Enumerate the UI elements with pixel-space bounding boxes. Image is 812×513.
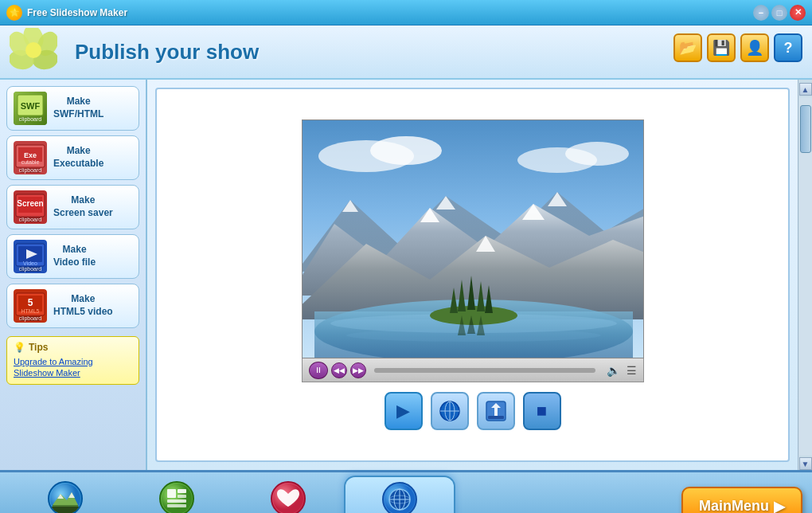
main-menu-arrow-icon: ▶ <box>774 498 785 514</box>
scroll-down-button[interactable]: ▼ <box>799 457 812 470</box>
svg-rect-81 <box>178 489 186 493</box>
maximize-button[interactable]: □ <box>771 5 787 21</box>
svg-text:5: 5 <box>28 297 33 308</box>
make-html5-button[interactable]: 5 HTML5 clipboard MakeHTML5 video <box>6 284 139 328</box>
swf-icon: SWF clipboard <box>14 92 47 125</box>
svg-text:SWF: SWF <box>21 101 41 111</box>
browser-preview-button[interactable] <box>431 392 469 430</box>
exe-icon: Exe cutable clipboard <box>14 141 47 174</box>
tips-header: 💡 Tips <box>14 342 132 353</box>
app-icon: ⭐ <box>6 5 22 21</box>
scroll-up-button[interactable]: ▲ <box>799 83 812 96</box>
svg-text:clipboard: clipboard <box>19 116 42 123</box>
svg-rect-80 <box>167 489 176 498</box>
scroll-thumb[interactable] <box>800 105 811 153</box>
save-button[interactable]: 💾 <box>707 33 736 62</box>
video-icon: Video clipboard <box>14 240 47 273</box>
svg-rect-71 <box>488 416 504 419</box>
svg-text:HTML5: HTML5 <box>21 308 40 314</box>
tips-panel: 💡 Tips Upgrade to Amazing Slideshow Make… <box>6 336 139 385</box>
make-swf-button[interactable]: SWF clipboard MakeSWF/HTML <box>6 86 139 131</box>
svg-rect-83 <box>167 499 186 503</box>
fast-forward-button[interactable]: ▶▶ <box>350 362 366 378</box>
make-exe-button[interactable]: Exe cutable clipboard MakeExecutable <box>6 135 139 180</box>
playlist-icon: ☰ <box>627 364 637 377</box>
volume-icon: 🔈 <box>607 364 620 377</box>
svg-text:cutable: cutable <box>21 159 40 165</box>
scroll-track[interactable] <box>799 97 812 456</box>
svg-rect-78 <box>51 507 80 513</box>
preview-image <box>302 119 644 358</box>
export-button[interactable] <box>477 392 515 430</box>
svg-text:clipboard: clipboard <box>19 266 42 272</box>
progress-bar[interactable] <box>374 368 595 373</box>
svg-text:clipboard: clipboard <box>19 217 42 223</box>
svg-rect-82 <box>178 495 186 498</box>
action-buttons: ▶ <box>385 392 561 430</box>
page-title: Publish your show <box>75 40 259 65</box>
preview-container: ⏸ ◀◀ ▶▶ 🔈 ☰ ▶ <box>155 88 790 462</box>
screen-label: MakeScreen saver <box>53 194 113 219</box>
svg-text:Video: Video <box>23 260 37 266</box>
play-button[interactable]: ▶ <box>385 392 423 430</box>
player-controls-bar: ⏸ ◀◀ ▶▶ 🔈 ☰ <box>302 358 644 382</box>
main-menu-label: MainMenu <box>699 498 769 513</box>
svg-point-79 <box>162 484 192 513</box>
screen-icon: Screen clipboard <box>14 190 47 224</box>
help-button[interactable]: ? <box>774 33 802 62</box>
pause-button[interactable]: ⏸ <box>309 362 328 379</box>
html5-icon: 5 HTML5 clipboard <box>14 289 47 323</box>
header-toolbar: 📂 💾 👤 ? <box>673 33 802 62</box>
rewind-button[interactable]: ◀◀ <box>331 362 347 378</box>
content-area: ⏸ ◀◀ ▶▶ 🔈 ☰ ▶ <box>147 80 798 470</box>
main-menu-button[interactable]: MainMenu ▶ <box>681 487 802 514</box>
make-screen-button[interactable]: Screen clipboard MakeScreen saver <box>6 185 139 229</box>
svg-rect-84 <box>167 504 186 507</box>
content-wrapper: ⏸ ◀◀ ▶▶ 🔈 ☰ ▶ <box>147 80 812 470</box>
title-bar: ⭐ Free Slideshow Maker − □ ✕ <box>0 0 812 25</box>
photo-tab-icon <box>48 481 83 513</box>
make-video-button[interactable]: Video clipboard MakeVideo file <box>6 234 139 279</box>
video-label: MakeVideo file <box>53 244 96 268</box>
decorate-tab-icon <box>271 481 306 513</box>
minimize-button[interactable]: − <box>753 5 769 21</box>
user-button[interactable]: 👤 <box>740 33 769 62</box>
publish-tab-icon <box>382 482 417 513</box>
bottom-nav: Photo Template <box>0 470 812 513</box>
close-button[interactable]: ✕ <box>790 5 806 21</box>
tab-photo[interactable]: Photo <box>10 476 121 514</box>
stop-button[interactable]: ■ <box>523 392 561 430</box>
exe-label: MakeExecutable <box>53 145 103 170</box>
svg-text:clipboard: clipboard <box>19 167 42 174</box>
main-container: SWF clipboard MakeSWF/HTML Exe cutable c… <box>0 80 812 470</box>
tips-bulb-icon: 💡 <box>14 342 25 353</box>
app-logo <box>10 28 65 76</box>
header: Publish your show 📂 💾 👤 ? <box>0 25 812 80</box>
scrollbar: ▲ ▼ <box>798 80 812 470</box>
svg-point-40 <box>370 136 442 165</box>
swf-label: MakeSWF/HTML <box>53 96 103 120</box>
tab-decorate[interactable]: Decorate <box>232 476 344 514</box>
svg-point-5 <box>25 42 41 58</box>
sidebar: SWF clipboard MakeSWF/HTML Exe cutable c… <box>0 80 147 470</box>
svg-point-42 <box>565 142 629 166</box>
html5-label: MakeHTML5 video <box>53 293 113 318</box>
svg-text:Screen: Screen <box>17 199 43 208</box>
svg-text:clipboard: clipboard <box>19 315 42 322</box>
window-title: Free Slideshow Maker <box>27 7 753 18</box>
tab-template[interactable]: Template <box>121 476 232 514</box>
template-tab-icon <box>159 481 194 513</box>
open-folder-button[interactable]: 📂 <box>673 33 702 62</box>
tab-publish[interactable]: Publish <box>344 476 455 514</box>
svg-text:Exe: Exe <box>24 151 37 159</box>
window-controls: − □ ✕ <box>753 5 806 21</box>
tips-upgrade-link[interactable]: Upgrade to Amazing Slideshow Maker <box>14 356 132 379</box>
